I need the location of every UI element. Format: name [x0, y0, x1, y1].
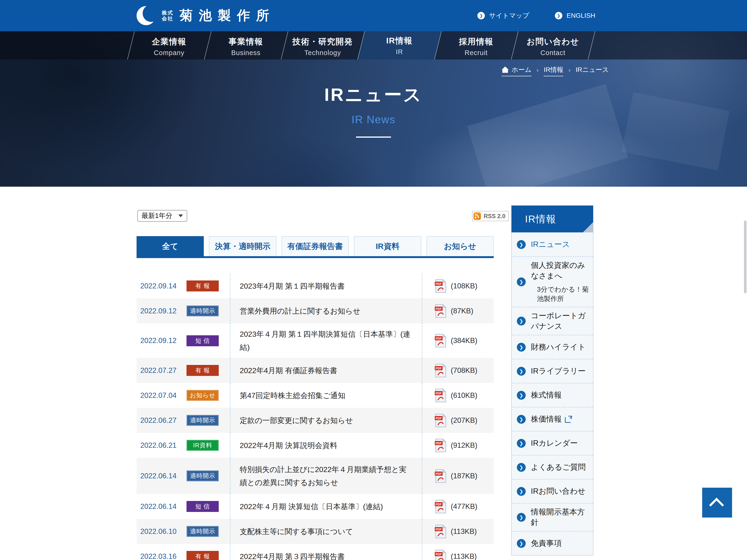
news-date-link[interactable]: 2022.09.12	[140, 307, 180, 315]
sidebar-item-情報開示基本方針[interactable]: ❯ 情報開示基本方針	[512, 503, 593, 531]
news-category-badge: 短 信	[186, 335, 219, 346]
news-category-badge: 適時開示	[186, 526, 219, 537]
sidebar-item-財務ハイライト[interactable]: ❯ 財務ハイライト	[512, 335, 593, 359]
sidebar-item-IRニュース[interactable]: ❯ IRニュース	[512, 232, 593, 257]
breadcrumb-current: IRニュース	[576, 65, 609, 76]
file-size: (87KB)	[451, 307, 473, 315]
nav-item-recruit[interactable]: 採用情報 Recruit	[438, 31, 515, 59]
chevron-circle-icon: ❯	[517, 277, 526, 286]
file-size: (708KB)	[451, 366, 478, 375]
file-size: (477KB)	[451, 502, 478, 511]
news-title-link[interactable]: 2022年４月期 決算短信〔日本基準〕(連結)	[240, 500, 383, 513]
chevron-circle-icon: ❯	[517, 317, 526, 325]
company-logo[interactable]: 株式 会社 菊池製作所	[136, 0, 275, 31]
pdf-icon[interactable]: PDF	[434, 279, 447, 293]
news-row: 2022.06.10 適時開示 支配株主等に関する事項について PDF (113…	[136, 519, 494, 544]
news-date-link[interactable]: 2022.06.27	[140, 416, 180, 425]
tab-1[interactable]: 決算・適時開示	[209, 236, 276, 256]
pdf-icon[interactable]: PDF	[434, 469, 447, 483]
sidebar-item-subtext: 3分でわかる！菊池製作所	[537, 285, 589, 303]
sidebar-item-株式情報[interactable]: ❯ 株式情報	[512, 383, 593, 407]
news-title-link[interactable]: 2022年4月期 有価証券報告書	[240, 364, 337, 377]
pdf-icon[interactable]: PDF	[434, 438, 447, 452]
scrollbar-thumb[interactable]	[744, 220, 747, 293]
news-category-badge: お知らせ	[186, 390, 219, 401]
pdf-icon[interactable]: PDF	[434, 414, 447, 427]
chevron-circle-icon: ❯	[517, 463, 526, 472]
news-title-link[interactable]: 特別損失の計上並びに2022年４月期業績予想と実績との差異に関するお知らせ	[240, 463, 412, 489]
news-date-link[interactable]: 2022.06.21	[140, 441, 180, 450]
sidebar-item-IRカレンダー[interactable]: ❯ IRカレンダー	[512, 431, 593, 455]
sidebar-item-コーポレートガバナンス[interactable]: ❯ コーポレートガバナンス	[512, 307, 593, 335]
nav-item-business[interactable]: 事業情報 Business	[208, 31, 284, 59]
chevron-circle-icon: ❯	[517, 343, 526, 352]
chevron-circle-icon: ❯	[517, 487, 526, 496]
sidebar-item-よくあるご質問[interactable]: ❯ よくあるご質問	[512, 455, 593, 479]
news-date-link[interactable]: 2022.06.14	[140, 502, 180, 511]
english-link[interactable]: ❯ ENGLISH	[555, 12, 595, 19]
breadcrumb-ir-link[interactable]: IR情報	[544, 65, 563, 76]
news-date-link[interactable]: 2022.09.14	[140, 282, 180, 290]
news-title-link[interactable]: 2023年４月期 第１四半期決算短信〔日本基準〕(連結)	[240, 328, 412, 354]
tab-2[interactable]: 有価証券報告書	[282, 236, 349, 256]
news-title-link[interactable]: 2022年4月期 第３四半期報告書	[240, 550, 345, 560]
nav-item-ir[interactable]: IR情報 IR	[361, 31, 438, 59]
logo-company-name: 菊池製作所	[180, 7, 275, 25]
rss-feed-button[interactable]: RSS 2.0	[472, 211, 509, 221]
news-title-link[interactable]: 2022年4月期 決算説明会資料	[240, 439, 337, 452]
pdf-icon[interactable]: PDF	[434, 550, 447, 560]
file-size: (187KB)	[451, 472, 478, 480]
news-title-link[interactable]: 2023年4月期 第１四半期報告書	[240, 279, 345, 293]
news-date-link[interactable]: 2022.03.16	[140, 552, 180, 560]
tab-0[interactable]: 全て	[136, 236, 204, 256]
svg-text:PDF: PDF	[436, 366, 442, 370]
nav-item-technology[interactable]: 技術・研究開発 Technology	[284, 31, 361, 59]
news-title-link[interactable]: 支配株主等に関する事項について	[240, 525, 353, 538]
nav-item-contact[interactable]: お問い合わせ Contact	[515, 31, 591, 59]
news-title-link[interactable]: 定款の一部変更に関するお知らせ	[240, 414, 353, 427]
file-size: (108KB)	[451, 282, 478, 290]
main-content: 最新1年分 RSS 2.0 全て決算・適時開示有価証券報告書IR資料お知らせ 2…	[0, 187, 747, 560]
chevron-circle-icon: ❯	[555, 12, 562, 19]
nav-item-company[interactable]: 企業情報 Company	[131, 31, 208, 59]
sidebar-item-IRライブラリー[interactable]: ❯ IRライブラリー	[512, 359, 593, 383]
pdf-icon[interactable]: PDF	[434, 334, 447, 348]
tab-4[interactable]: お知らせ	[427, 236, 494, 256]
news-category-badge: 適時開示	[186, 415, 219, 426]
sidebar-item-株価情報[interactable]: ❯ 株価情報	[512, 407, 593, 431]
news-date-link[interactable]: 2022.07.27	[140, 366, 180, 375]
news-category-badge: 有 報	[186, 281, 219, 291]
sitemap-link[interactable]: ❯ サイトマップ	[478, 11, 529, 20]
period-filter-select[interactable]: 最新1年分	[137, 210, 187, 222]
pdf-icon[interactable]: PDF	[434, 500, 447, 513]
news-date-link[interactable]: 2022.06.10	[140, 527, 180, 536]
news-date-link[interactable]: 2022.06.14	[140, 472, 180, 480]
pdf-icon[interactable]: PDF	[434, 389, 447, 402]
svg-text:PDF: PDF	[436, 391, 442, 395]
tab-3[interactable]: IR資料	[354, 236, 421, 256]
chevron-down-icon	[178, 214, 183, 217]
chevron-circle-icon: ❯	[517, 391, 526, 400]
news-date-link[interactable]: 2022.09.12	[140, 337, 180, 345]
svg-text:PDF: PDF	[436, 441, 442, 445]
svg-text:PDF: PDF	[436, 307, 442, 310]
news-title-link[interactable]: 営業外費用の計上に関するお知らせ	[240, 304, 360, 318]
svg-text:PDF: PDF	[436, 416, 442, 420]
news-date-link[interactable]: 2022.07.04	[140, 391, 180, 400]
chevron-circle-icon: ❯	[517, 513, 526, 522]
sidebar-item-IRお問い合わせ[interactable]: ❯ IRお問い合わせ	[512, 479, 593, 503]
news-row: 2022.07.04 お知らせ 第47回定時株主総会招集ご通知 PDF (610…	[136, 383, 494, 408]
sidebar-item-免責事項[interactable]: ❯ 免責事項	[512, 531, 593, 555]
pdf-icon[interactable]: PDF	[434, 364, 447, 377]
chevron-circle-icon: ❯	[517, 539, 526, 548]
news-title-link[interactable]: 第47回定時株主総会招集ご通知	[240, 389, 345, 402]
scroll-to-top-button[interactable]	[702, 488, 732, 517]
breadcrumb-home-link[interactable]: ホーム	[501, 65, 531, 76]
pdf-icon[interactable]: PDF	[434, 304, 447, 318]
sidebar-item-個人投資家のみなさまへ[interactable]: ❯ 個人投資家のみなさまへ 3分でわかる！菊池製作所	[512, 257, 593, 307]
svg-text:PDF: PDF	[436, 337, 442, 340]
file-size: (610KB)	[451, 391, 478, 400]
news-row: 2022.09.14 有 報 2023年4月期 第１四半期報告書 PDF (10…	[136, 273, 494, 298]
svg-text:PDF: PDF	[436, 282, 442, 285]
pdf-icon[interactable]: PDF	[434, 525, 447, 538]
